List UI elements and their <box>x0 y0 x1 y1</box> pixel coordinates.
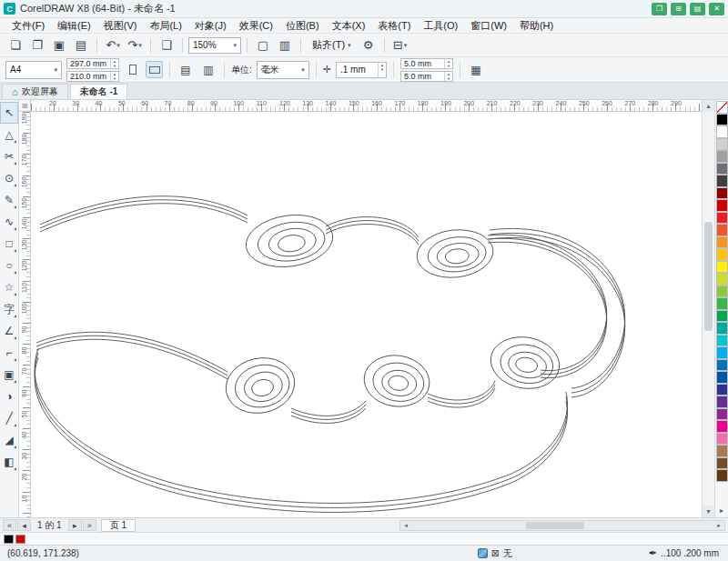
page-1-tab[interactable]: 页 1 <box>101 519 136 532</box>
menu-item-6[interactable]: 位图(B) <box>279 19 326 33</box>
palette-swatch[interactable] <box>716 224 728 236</box>
duplicate-distance-y-field[interactable]: 5.0 mm ▲▼ <box>400 71 453 82</box>
menu-item-1[interactable]: 编辑(E) <box>51 19 97 33</box>
shape-tool[interactable]: △ <box>0 124 18 145</box>
next-page-button[interactable]: ▸ <box>68 519 82 531</box>
units-select[interactable]: 毫米 ▾ <box>257 61 309 79</box>
palette-swatch[interactable] <box>716 346 728 359</box>
palette-swatch[interactable] <box>716 310 728 323</box>
redo-button[interactable]: ↷▾ <box>125 35 145 55</box>
palette-swatch[interactable] <box>716 335 728 347</box>
palette-swatch[interactable] <box>716 114 728 126</box>
treat-as-filled-button[interactable]: ▦ <box>467 61 485 79</box>
scroll-down-icon[interactable]: ▼ <box>703 506 714 517</box>
rectangle-tool[interactable]: □ <box>0 233 18 255</box>
text-tool[interactable]: 字 <box>0 298 18 320</box>
view-mode-button[interactable]: ▥ <box>275 35 295 55</box>
palette-swatch[interactable] <box>716 199 728 212</box>
palette-swatch[interactable] <box>716 445 728 457</box>
nudge-spinner[interactable]: ▲▼ <box>378 63 386 77</box>
undo-button[interactable]: ↶▾ <box>103 35 123 55</box>
duplicate-y-spinner[interactable]: ▲▼ <box>444 72 452 81</box>
page-size-select[interactable]: A4 ▾ <box>5 61 62 79</box>
menu-item-4[interactable]: 对象(J) <box>188 19 233 33</box>
palette-swatch[interactable] <box>716 187 728 200</box>
freehand-tool[interactable]: ✎ <box>0 189 18 211</box>
open-button[interactable]: ❐ <box>27 35 47 55</box>
artistic-media-tool[interactable]: ∿ <box>0 211 18 233</box>
full-screen-preview-button[interactable]: ▢ <box>253 35 273 55</box>
zoom-level-select[interactable]: 150%▾ <box>188 37 241 54</box>
palette-swatch[interactable] <box>716 286 728 298</box>
portrait-button[interactable] <box>124 61 141 78</box>
transparency-tool[interactable]: ◑ <box>0 386 18 407</box>
titlebar-save-button[interactable]: ▤ <box>690 3 705 15</box>
save-button[interactable]: ▣ <box>49 35 69 55</box>
palette-swatch[interactable] <box>716 175 728 187</box>
print-button[interactable]: ▤ <box>71 35 91 55</box>
titlebar-close-button[interactable]: ✕ <box>709 3 724 15</box>
palette-swatch[interactable] <box>716 457 728 470</box>
menu-item-7[interactable]: 文本(X) <box>326 19 372 33</box>
scroll-right-icon[interactable]: ▸ <box>713 521 724 530</box>
paper-height-field[interactable]: 210.0 mm ▲▼ <box>66 71 119 82</box>
horizontal-scroll-thumb[interactable] <box>526 522 584 529</box>
interactive-fill-tool[interactable]: ◢ <box>0 429 18 451</box>
zoom-tool[interactable]: ⊙ <box>0 167 18 189</box>
drop-shadow-tool[interactable]: ▣ <box>0 364 18 386</box>
duplicate-x-spinner[interactable]: ▲▼ <box>444 59 452 68</box>
palette-swatch[interactable] <box>716 138 728 151</box>
vertical-scrollbar[interactable]: ▲ ▼ <box>702 100 714 517</box>
new-document-button[interactable]: ❏ <box>5 35 25 55</box>
landscape-button[interactable] <box>146 61 163 78</box>
color-eyedropper-tool[interactable]: ╱ <box>0 407 18 429</box>
menu-item-11[interactable]: 帮助(H) <box>513 19 560 33</box>
palette-swatch[interactable] <box>716 371 728 384</box>
paste-button[interactable]: ❑ <box>157 35 177 55</box>
nudge-distance-field[interactable]: .1 mm ▲▼ <box>336 62 387 78</box>
palette-swatch[interactable] <box>716 408 728 421</box>
paper-height-spinner[interactable]: ▲▼ <box>110 72 118 81</box>
palette-swatch[interactable] <box>716 359 728 372</box>
palette-swatch[interactable] <box>716 420 728 433</box>
tab-untitled-1[interactable]: 未命名 -1 <box>70 84 128 99</box>
titlebar-store-button[interactable]: ❐ <box>652 3 667 15</box>
menu-item-0[interactable]: 文件(F) <box>5 19 51 33</box>
palette-swatch[interactable] <box>716 469 728 482</box>
palette-swatch[interactable] <box>716 384 728 396</box>
document-palette-swatch[interactable] <box>4 535 14 544</box>
palette-swatch[interactable] <box>716 125 728 138</box>
palette-swatch[interactable] <box>716 433 728 446</box>
tab-welcome-screen[interactable]: ⌂欢迎屏幕 <box>2 84 68 99</box>
paper-width-spinner[interactable]: ▲▼ <box>110 59 118 68</box>
vertical-scroll-track[interactable] <box>703 112 714 506</box>
scroll-left-icon[interactable]: ◂ <box>400 521 411 530</box>
smart-fill-tool[interactable]: ◧ <box>0 451 18 473</box>
first-page-button[interactable]: « <box>3 519 16 531</box>
connector-tool[interactable]: ⌐ <box>0 342 18 364</box>
crop-tool[interactable]: ✂ <box>0 145 18 167</box>
menu-item-2[interactable]: 视图(V) <box>97 19 144 33</box>
titlebar-fullscreen-button[interactable]: ⊞ <box>671 3 686 15</box>
application-launcher-button[interactable]: ⊟▾ <box>390 35 410 55</box>
duplicate-distance-x-field[interactable]: 5.0 mm ▲▼ <box>400 58 453 69</box>
horizontal-scrollbar[interactable]: ◂ ▸ <box>399 520 725 531</box>
options-gear-button[interactable]: ⚙ <box>359 35 379 55</box>
previous-page-button[interactable]: ◂ <box>17 519 31 531</box>
palette-swatch[interactable] <box>716 297 728 310</box>
document-palette-swatch[interactable] <box>15 535 25 544</box>
last-page-button[interactable]: » <box>83 519 96 531</box>
scroll-up-icon[interactable]: ▲ <box>703 100 714 112</box>
polygon-tool[interactable]: ☆ <box>0 276 18 298</box>
menu-item-9[interactable]: 工具(O) <box>417 19 464 33</box>
palette-swatch[interactable] <box>716 236 728 249</box>
horizontal-scroll-track[interactable] <box>411 521 713 530</box>
palette-swatch[interactable] <box>716 212 728 225</box>
palette-swatch[interactable] <box>716 163 728 175</box>
all-pages-button[interactable]: ▤ <box>177 61 195 79</box>
horizontal-ruler[interactable]: 2030405060708090100110120130140150160170… <box>31 100 702 112</box>
vertical-scroll-thumb[interactable] <box>704 222 713 331</box>
menu-item-5[interactable]: 效果(C) <box>233 19 279 33</box>
vertical-ruler[interactable]: 1901801701601501401301201101009080706050… <box>19 112 31 517</box>
ellipse-tool[interactable]: ○ <box>0 255 18 276</box>
